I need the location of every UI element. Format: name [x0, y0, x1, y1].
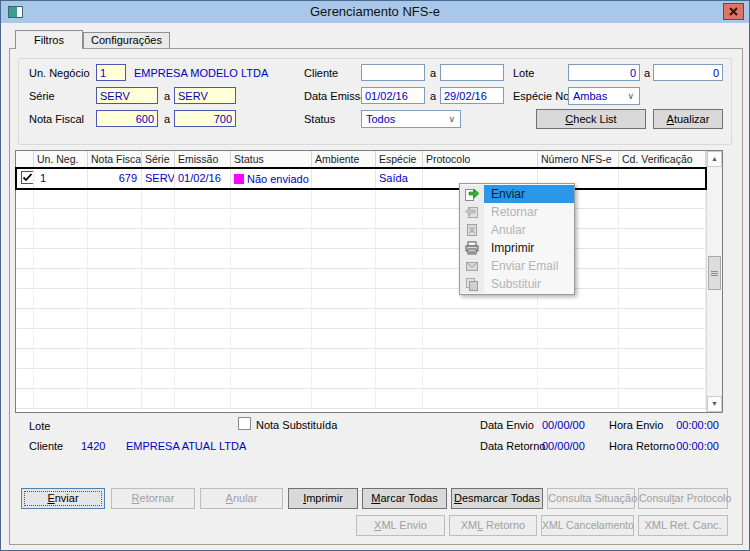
empty-cell — [312, 189, 376, 209]
lote-from-input[interactable] — [568, 64, 640, 81]
menu-item-enviar-email[interactable]: Enviar Email — [460, 257, 574, 275]
lote-to-input[interactable] — [653, 64, 723, 81]
nota-substituida-checkbox[interactable] — [238, 417, 251, 430]
cliente-from-input[interactable] — [361, 64, 425, 81]
empty-cell — [231, 229, 312, 249]
empty-cell — [88, 209, 142, 229]
header-nota-fiscal: Nota Fiscal — [88, 151, 142, 168]
empty-cell — [175, 209, 231, 229]
empty-cell — [376, 369, 423, 389]
title-bar[interactable]: Gerenciamento NFS-e — [1, 1, 749, 23]
status-select[interactable]: Todos — [361, 110, 461, 128]
close-button[interactable] — [723, 3, 744, 20]
empty-cell — [619, 309, 706, 329]
empty-cell — [312, 309, 376, 329]
empty-table-row — [16, 349, 706, 369]
window-title: Gerenciamento NFS-e — [1, 4, 749, 19]
xml-cancelamento-button[interactable]: XML Cancelamento — [541, 515, 634, 536]
empty-cell — [423, 329, 538, 349]
empty-cell — [312, 229, 376, 249]
atualizar-button[interactable]: Atualizar — [653, 109, 723, 129]
empty-cell — [88, 329, 142, 349]
empty-cell — [376, 289, 423, 309]
empty-cell — [88, 349, 142, 369]
empty-cell — [231, 189, 312, 209]
consulta-situacao-button[interactable]: Consulta Situação — [547, 488, 635, 509]
xml-envio-button[interactable]: XML Envio — [356, 515, 445, 536]
cliente-name: EMPRESA ATUAL LTDA — [126, 440, 246, 452]
nota-fiscal-from-input[interactable] — [96, 110, 158, 127]
row-checkbox-cell — [16, 168, 34, 189]
empty-cell — [34, 329, 88, 349]
table-row[interactable]: 1 679 SERV 01/02/16 Não enviado Saída — [16, 168, 706, 189]
close-icon — [729, 7, 738, 16]
menu-item-retornar[interactable]: Retornar — [460, 203, 574, 221]
check-icon — [22, 172, 33, 183]
hora-retorno-label: Hora Retorno — [609, 440, 675, 452]
un-negocio-label: Un. Negócio — [29, 67, 90, 79]
menu-item-anular[interactable]: Anular — [460, 221, 574, 239]
xml-retorno-button[interactable]: XML Retorno — [449, 515, 537, 536]
empty-cell — [538, 389, 619, 409]
empty-cell — [175, 249, 231, 269]
marcar-todas-button[interactable]: Marcar Todas — [362, 488, 447, 509]
menu-item-imprimir[interactable]: Imprimir — [460, 239, 574, 257]
empty-cell — [619, 349, 706, 369]
empty-cell — [376, 309, 423, 329]
desmarcar-todas-button[interactable]: Desmarcar Todas — [451, 488, 543, 509]
data-envio-label: Data Envio — [480, 419, 534, 431]
scroll-down-icon[interactable]: ▼ — [707, 396, 722, 412]
xml-ret-canc-button[interactable]: XML Ret. Canc. — [638, 515, 728, 536]
empty-cell — [312, 349, 376, 369]
empty-cell — [16, 329, 34, 349]
vertical-scrollbar[interactable]: ▲ ▼ — [706, 151, 722, 412]
imprimir-button[interactable]: Imprimir — [288, 488, 358, 509]
tab-configuracoes[interactable]: Configurações — [83, 32, 170, 48]
empty-cell — [175, 309, 231, 329]
header-serie: Série — [142, 151, 175, 168]
empty-table-row — [16, 189, 706, 209]
empty-cell — [142, 189, 175, 209]
menu-item-substituir[interactable]: Substituir — [460, 275, 574, 293]
empty-cell — [231, 389, 312, 409]
email-icon — [460, 257, 484, 275]
empty-cell — [619, 249, 706, 269]
data-emissao-from-input[interactable] — [361, 87, 425, 104]
cliente-to-input[interactable] — [440, 64, 504, 81]
cell-nota-fiscal: 679 — [88, 168, 142, 189]
empty-cell — [16, 389, 34, 409]
header-checkbox-col — [16, 151, 34, 168]
tab-filtros[interactable]: Filtros — [15, 30, 83, 49]
data-emissao-to-input[interactable] — [440, 87, 504, 104]
enviar-button[interactable]: Enviar — [21, 488, 105, 509]
empty-table-row — [16, 249, 706, 269]
empty-cell — [142, 209, 175, 229]
scroll-up-icon[interactable]: ▲ — [707, 151, 722, 167]
anular-button[interactable]: Anular — [200, 488, 283, 509]
consultar-protocolo-button[interactable]: Consultar Protocolo — [638, 488, 728, 509]
serie-to-input[interactable] — [174, 87, 236, 104]
empty-cell — [16, 189, 34, 209]
status-value: Todos — [366, 113, 395, 125]
empty-cell — [376, 389, 423, 409]
empty-cell — [538, 309, 619, 329]
data-envio-value: 00/00/00 — [542, 419, 585, 431]
return-icon — [460, 203, 484, 221]
empty-cell — [376, 329, 423, 349]
menu-item-enviar[interactable]: Enviar — [460, 185, 574, 203]
empty-cell — [142, 369, 175, 389]
especie-nota-select[interactable]: Ambas — [568, 87, 640, 105]
nota-fiscal-to-input[interactable] — [174, 110, 236, 127]
check-list-button[interactable]: Check List — [536, 109, 646, 129]
un-negocio-input[interactable] — [96, 64, 126, 81]
serie-from-input[interactable] — [96, 87, 158, 104]
retornar-button[interactable]: Retornar — [111, 488, 195, 509]
row-checkbox[interactable] — [21, 171, 34, 184]
replace-icon — [460, 275, 484, 293]
cell-un-neg: 1 — [34, 168, 88, 189]
empty-cell — [88, 189, 142, 209]
empty-cell — [34, 269, 88, 289]
empty-cell — [175, 229, 231, 249]
empty-cell — [34, 369, 88, 389]
scrollbar-thumb[interactable] — [708, 256, 721, 290]
